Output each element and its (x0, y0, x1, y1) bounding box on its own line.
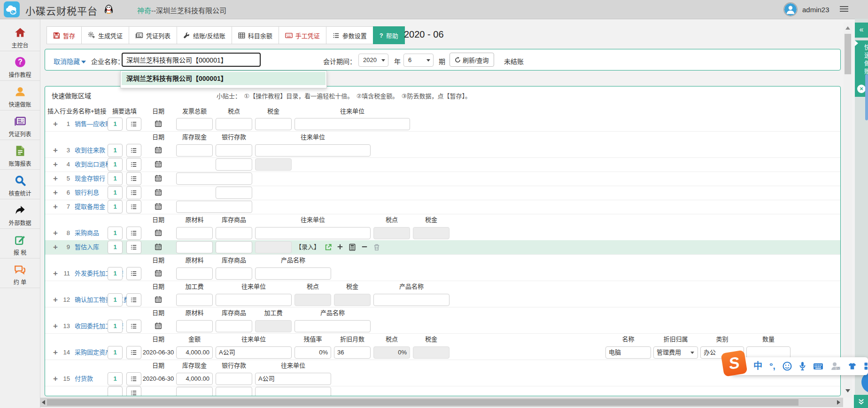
summary-select-button[interactable] (126, 118, 141, 131)
insert-row-button[interactable]: + (53, 240, 58, 254)
input-field[interactable] (216, 118, 252, 130)
insert-row-button[interactable]: + (53, 293, 58, 307)
row-count-box[interactable]: 1 (108, 293, 123, 306)
business-name-link[interactable]: 收到往来款 (75, 143, 105, 157)
insert-row-button[interactable]: + (53, 143, 58, 157)
input-field[interactable] (216, 267, 252, 280)
summary-select-button[interactable] (126, 200, 141, 213)
row-count-box[interactable]: 1 (108, 186, 123, 199)
toolbar-button[interactable]: ?帮助 (373, 26, 405, 44)
summary-select-button[interactable] (126, 267, 141, 280)
calendar-icon[interactable] (155, 322, 162, 330)
menu-hamburger-icon[interactable] (840, 6, 848, 13)
summary-select-button[interactable] (126, 372, 141, 385)
toolbar-button[interactable]: 暂存 (46, 26, 82, 44)
input-field[interactable] (216, 187, 252, 199)
vertical-scrollbar-thumb[interactable] (845, 34, 851, 74)
row-count-box[interactable]: 1 (108, 320, 123, 333)
input-field[interactable] (255, 144, 371, 157)
collapse-panel-button[interactable]: « (855, 23, 868, 38)
virtual-keyboard-icon[interactable] (813, 362, 823, 370)
calendar-icon[interactable] (155, 174, 162, 182)
input-field[interactable] (216, 241, 252, 253)
row-count-box[interactable]: 1 (108, 241, 123, 254)
insert-row-button[interactable]: + (53, 157, 58, 172)
toolbar-button[interactable]: 手工凭证 (279, 26, 326, 44)
insert-row-button[interactable]: + (53, 200, 58, 214)
row-count-box[interactable]: 1 (108, 227, 123, 240)
insert-row-button[interactable]: + (53, 345, 58, 360)
sidebar-item-8[interactable]: 报 税 (0, 229, 40, 259)
input-field[interactable] (176, 201, 252, 213)
entry-button[interactable]: 【录入】 (295, 240, 320, 254)
summary-select-button[interactable] (126, 158, 141, 171)
calendar-icon[interactable] (155, 188, 162, 196)
input-field[interactable]: 0% (294, 346, 331, 359)
ime-punctuation-button[interactable]: °, (769, 357, 775, 375)
input-field[interactable] (294, 320, 371, 332)
summary-select-button[interactable] (126, 293, 141, 306)
input-field[interactable] (255, 267, 331, 280)
close-tab-icon[interactable]: × (857, 85, 866, 93)
plus-icon[interactable] (337, 243, 345, 252)
input-field[interactable]: 4,000.00 (176, 373, 213, 385)
vertical-scrollbar[interactable] (844, 23, 852, 398)
date-value[interactable]: 2020-06-30 (142, 372, 174, 386)
ime-skin-icon[interactable] (848, 362, 857, 370)
business-name-link[interactable]: 收到出口退税 (75, 157, 111, 172)
input-field[interactable]: 电脑 (605, 346, 651, 359)
expand-bottom-button[interactable] (854, 395, 868, 408)
business-name-link[interactable]: 采购商品 (75, 226, 99, 240)
scroll-left-arrow[interactable] (42, 400, 45, 405)
date-value[interactable]: 2020-06-30 (142, 345, 174, 360)
calendar-icon[interactable] (155, 160, 162, 168)
summary-select-button[interactable] (126, 144, 141, 157)
row-count-box[interactable]: 1 (108, 267, 123, 280)
input-field[interactable]: A公司 (216, 346, 292, 359)
input-field[interactable] (255, 387, 331, 396)
summary-select-button[interactable] (126, 227, 141, 240)
year-select[interactable]: 2020 (358, 54, 388, 67)
summary-select-button[interactable] (126, 346, 141, 359)
month-select[interactable]: 6 (403, 54, 434, 67)
calculator-icon[interactable] (349, 243, 357, 252)
input-field[interactable] (176, 173, 252, 185)
row-count-box[interactable] (108, 386, 123, 396)
insert-row-button[interactable]: + (53, 172, 58, 186)
toolbar-button[interactable]: 结账/反结账 (177, 26, 232, 44)
suggestion-item[interactable]: 深圳兰芝科技有限公司【000001】 (122, 72, 326, 85)
horizontal-scrollbar[interactable] (40, 398, 843, 407)
sidebar-item-2[interactable]: ?操作教程 (0, 51, 40, 81)
business-name-link[interactable]: 暂估入库 (75, 240, 99, 254)
qq-penguin-icon[interactable] (104, 4, 113, 14)
business-name-link[interactable]: 银行利息 (75, 186, 99, 200)
summary-select-button[interactable] (126, 186, 141, 199)
input-field[interactable] (176, 118, 213, 130)
sidebar-item-3[interactable]: 快速做账 (0, 81, 40, 110)
business-name-link[interactable]: 现金存银行 (75, 172, 105, 186)
input-field[interactable] (216, 227, 252, 239)
ime-account-icon[interactable]: 15 (830, 361, 841, 371)
row-count-box[interactable]: 1 (108, 172, 123, 185)
minus-icon[interactable] (361, 243, 370, 252)
toolbar-button[interactable]: 生成凭证 (81, 26, 129, 44)
sogou-logo-icon[interactable]: S (721, 350, 747, 377)
calendar-icon[interactable] (155, 243, 162, 251)
summary-select-button[interactable] (126, 386, 141, 396)
refresh-query-button[interactable]: 刷新/查询 (450, 53, 494, 67)
scroll-down-arrow[interactable] (845, 389, 850, 392)
summary-select-button[interactable] (126, 241, 141, 254)
scroll-up-arrow[interactable] (845, 26, 850, 30)
input-field[interactable] (255, 118, 292, 130)
calendar-icon[interactable] (155, 203, 162, 210)
summary-select-button[interactable] (126, 172, 141, 185)
user-avatar[interactable] (783, 2, 798, 16)
input-field[interactable] (176, 241, 213, 253)
input-field[interactable] (216, 158, 252, 171)
row-count-box[interactable]: 1 (108, 144, 123, 157)
input-field[interactable] (176, 267, 213, 280)
input-field[interactable] (216, 294, 292, 306)
dock-scrollbar-thumb[interactable] (865, 74, 868, 120)
trash-icon[interactable] (373, 243, 382, 252)
row-count-box[interactable]: 1 (108, 346, 123, 359)
